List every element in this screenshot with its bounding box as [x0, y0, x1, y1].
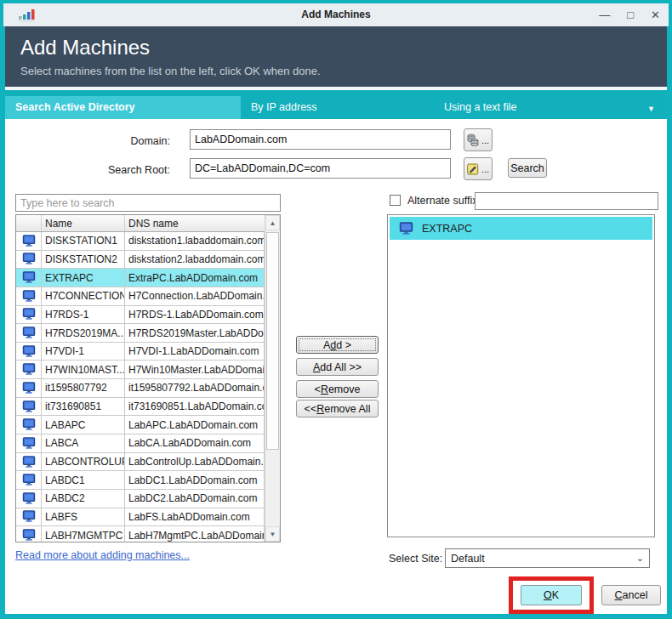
table-header: Name DNS name	[16, 215, 265, 232]
table-row[interactable]: DISKSTATION1diskstation1.labaddomain.com	[16, 232, 265, 251]
machine-dns: it731690851.LabADDomain.com	[125, 398, 265, 416]
selected-machine-label: EXTRAPC	[422, 223, 472, 235]
domain-label: Domain:	[51, 135, 170, 147]
machine-name: it731690851	[42, 398, 125, 416]
machine-name: LABCA	[42, 434, 125, 452]
minimize-button[interactable]: —	[599, 3, 610, 26]
computer-icon	[22, 529, 36, 542]
cancel-button[interactable]: Cancel	[601, 585, 661, 605]
machine-name: DISKSTATION2	[42, 251, 125, 269]
table-row[interactable]: LABCONTROLUPLabControlUp.LabADDomain.c..…	[16, 453, 265, 472]
maximize-button[interactable]: □	[627, 3, 634, 26]
computer-icon	[22, 456, 36, 469]
table-row[interactable]: LABH7MGMTPCLabH7MgmtPC.LabADDomain...	[16, 526, 265, 542]
table-row[interactable]: H7WIN10MAST...H7Win10Master.LabADDomain.…	[16, 361, 265, 379]
computer-icon	[22, 308, 36, 321]
table-row[interactable]: EXTRAPCExtraPC.LabADDomain.com	[16, 269, 265, 287]
computer-icon	[399, 222, 413, 236]
dialog-content: Domain: ... Search Root: ... Search	[5, 119, 667, 614]
machine-dns: LabDC1.LabADDomain.com	[125, 471, 265, 489]
computer-icon	[22, 400, 36, 413]
scrollbar-thumb[interactable]	[266, 232, 279, 450]
table-row[interactable]: DISKSTATION2diskstation2.labaddomain.com	[16, 251, 265, 270]
table-row[interactable]: it731690851it731690851.LabADDomain.com	[16, 398, 265, 417]
table-row[interactable]: H7VDI-1H7VDI-1.LabADDomain.com	[16, 343, 265, 361]
read-more-link[interactable]: Read more about adding machines...	[15, 549, 190, 561]
computer-icon	[22, 492, 36, 505]
domain-input[interactable]	[190, 129, 451, 150]
table-body: DISKSTATION1diskstation1.labaddomain.com…	[16, 232, 265, 542]
scroll-down-icon[interactable]: ▼	[265, 526, 280, 542]
ellipsis-label: ...	[481, 164, 489, 174]
tab-bar: Search Active Directory By IP address Us…	[5, 90, 667, 119]
chevron-down-icon: ⌄	[636, 553, 644, 564]
page-subtitle: Select machines from the list on the lef…	[20, 65, 667, 77]
tab-search-active-directory[interactable]: Search Active Directory	[5, 90, 241, 119]
table-row[interactable]: LABDC2LabDC2.LabADDomain.com	[16, 490, 265, 508]
machine-name: H7RDS2019MA...	[42, 324, 125, 342]
column-header-dns[interactable]: DNS name	[125, 215, 265, 231]
site-dropdown[interactable]: Default ⌄	[445, 548, 650, 568]
computer-icon	[22, 510, 36, 523]
table-row[interactable]: H7RDS2019MA...H7RDS2019Master.LabADDo...	[16, 324, 265, 343]
machine-dns: H7VDI-1.LabADDomain.com	[125, 343, 265, 361]
remove-button[interactable]: < Remove	[296, 380, 379, 398]
machine-dns: LabFS.LabADDomain.com	[125, 508, 265, 526]
machine-dns: LabControlUp.LabADDomain.c...	[125, 453, 265, 471]
ok-button[interactable]: OK	[521, 585, 582, 605]
remove-all-button[interactable]: << Remove All	[296, 400, 379, 417]
computer-icon	[22, 437, 36, 450]
machine-dns: LabH7MgmtPC.LabADDomain...	[125, 526, 265, 542]
tab-using-a-text-file[interactable]: Using a text file	[434, 90, 667, 119]
search-root-browse-button[interactable]: ...	[464, 157, 493, 180]
computer-icon	[22, 382, 36, 395]
search-root-input[interactable]	[190, 158, 451, 179]
search-root-label: Search Root:	[51, 164, 170, 176]
tab-by-ip-address[interactable]: By IP address	[241, 90, 434, 119]
page-title: Add Machines	[20, 36, 667, 60]
machine-dns: H7Connection.LabADDomain.c...	[125, 287, 265, 305]
machine-dns: LabDC2.LabADDomain.com	[125, 490, 265, 508]
chevron-down-icon[interactable]: ▼	[647, 105, 655, 113]
machine-search-input[interactable]	[15, 194, 281, 212]
machine-dns: H7RDS-1.LabADDomain.com	[125, 306, 265, 324]
table-row[interactable]: LABAPCLabAPC.LabADDomain.com	[16, 416, 265, 434]
alternate-suffix-checkbox[interactable]	[390, 195, 401, 206]
machine-name: LABH7MGMTPC	[42, 526, 125, 542]
titlebar: Add Machines — □ ✕	[3, 3, 669, 26]
add-button[interactable]: Add >	[296, 336, 379, 354]
computer-icon	[22, 235, 36, 247]
add-all-button[interactable]: Add All >>	[296, 358, 379, 376]
table-row[interactable]: H7CONNECTIONH7Connection.LabADDomain.c..…	[16, 287, 265, 306]
machine-dns: LabAPC.LabADDomain.com	[125, 416, 265, 434]
machine-dns: it1595807792.LabADDomain.c...	[125, 379, 265, 397]
select-site-label: Select Site:	[389, 553, 442, 565]
machine-name: LABCONTROLUP	[42, 453, 125, 471]
table-row[interactable]: H7RDS-1H7RDS-1.LabADDomain.com	[16, 306, 265, 325]
domain-browse-button[interactable]: ...	[464, 128, 493, 151]
vertical-scrollbar[interactable]: ▲ ▼	[265, 215, 280, 542]
machine-name: DISKSTATION1	[42, 232, 125, 250]
table-row[interactable]: LABFSLabFS.LabADDomain.com	[16, 508, 265, 527]
alternate-suffix-input[interactable]	[475, 192, 658, 210]
table-row[interactable]: it1595807792it1595807792.LabADDomain.c..…	[16, 379, 265, 398]
search-button[interactable]: Search	[508, 158, 547, 178]
add-machines-dialog: Add Machines — □ ✕ Add Machines Select m…	[0, 0, 672, 619]
machine-name: it1595807792	[42, 379, 125, 397]
scroll-up-icon[interactable]: ▲	[265, 215, 280, 230]
machine-name: LABDC1	[42, 471, 125, 489]
window-title: Add Machines	[3, 9, 669, 20]
list-item[interactable]: EXTRAPC	[390, 217, 652, 240]
server-icon	[467, 133, 479, 146]
machine-table: Name DNS name DISKSTATION1diskstation1.l…	[15, 214, 281, 542]
machine-dns: LabCA.LabADDomain.com	[125, 434, 265, 452]
column-header-icon[interactable]	[16, 215, 42, 231]
table-row[interactable]: LABCALabCA.LabADDomain.com	[16, 434, 265, 453]
close-button[interactable]: ✕	[651, 3, 660, 26]
alternate-suffix-label: Alternate suffix:	[407, 195, 481, 207]
computer-icon	[22, 271, 36, 284]
column-header-name[interactable]: Name	[42, 215, 125, 231]
computer-icon	[22, 253, 36, 265]
selected-machines-list: EXTRAPC	[387, 214, 655, 537]
table-row[interactable]: LABDC1LabDC1.LabADDomain.com	[16, 471, 265, 490]
